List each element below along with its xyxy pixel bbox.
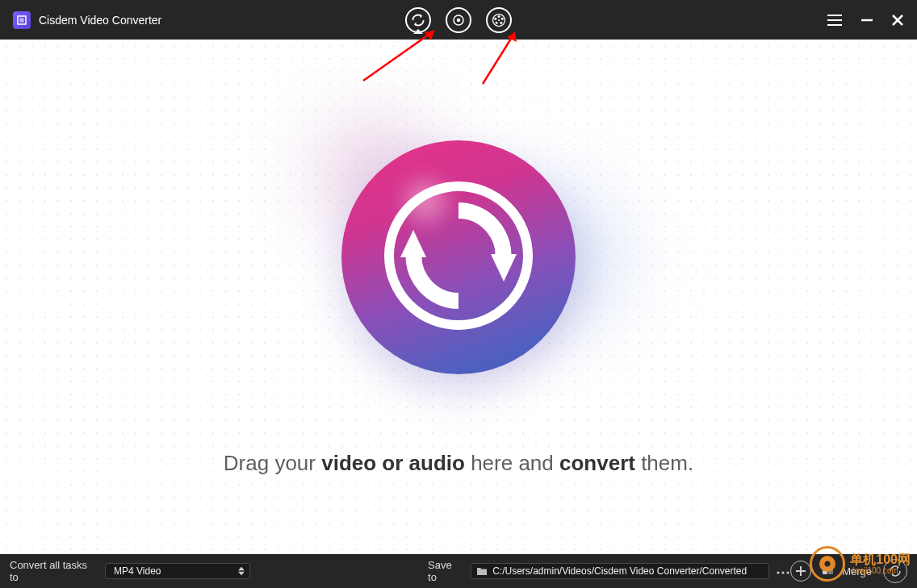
- add-file-button[interactable]: [790, 561, 811, 582]
- sync-arrows-icon: [378, 175, 539, 340]
- output-format-value: MP4 Video: [114, 565, 161, 577]
- mode-convert-button[interactable]: [405, 7, 431, 33]
- merge-icon: [823, 565, 837, 577]
- svg-marker-25: [238, 572, 245, 576]
- minimize-button[interactable]: [860, 14, 873, 27]
- output-path-value: C:/Users/admin/Videos/Cisdem Video Conve…: [492, 565, 747, 578]
- drop-hint-text: Drag your video or audio here and conver…: [0, 451, 917, 476]
- convert-all-label: Convert all tasks to: [10, 559, 97, 583]
- svg-marker-24: [238, 567, 245, 571]
- svg-point-8: [496, 21, 498, 23]
- disc-icon: [451, 13, 466, 27]
- save-to-label: Save to: [428, 559, 463, 583]
- svg-rect-32: [828, 568, 833, 574]
- svg-point-6: [501, 17, 504, 19]
- titlebar: Cisdem Video Converter: [0, 0, 917, 40]
- mode-tabs: [405, 7, 512, 33]
- svg-point-26: [777, 571, 780, 573]
- minimize-icon: [860, 14, 873, 27]
- svg-point-7: [500, 21, 502, 23]
- output-path-field[interactable]: C:/Users/admin/Videos/Cisdem Video Conve…: [471, 563, 769, 579]
- active-tab-caret-icon: [413, 29, 423, 34]
- hero-circle: [341, 140, 576, 374]
- start-convert-button[interactable]: [883, 559, 907, 583]
- svg-rect-1: [20, 18, 24, 22]
- app-logo-icon: [13, 11, 31, 29]
- cycle-icon: [888, 564, 902, 578]
- mode-rip-button[interactable]: [446, 7, 471, 33]
- window-controls: [827, 14, 904, 27]
- svg-point-27: [782, 571, 785, 573]
- mode-download-button[interactable]: [486, 7, 512, 33]
- close-icon: [891, 14, 904, 27]
- merge-label: Merge: [842, 565, 872, 578]
- footer-bar: Convert all tasks to MP4 Video Save to C…: [0, 554, 917, 588]
- plus-icon: [795, 565, 806, 577]
- footer-actions: Merge: [790, 559, 907, 583]
- svg-point-10: [498, 19, 500, 20]
- svg-point-9: [494, 17, 496, 19]
- select-stepper-icon: [238, 567, 245, 576]
- menu-button[interactable]: [827, 15, 843, 26]
- svg-marker-19: [400, 230, 426, 257]
- drop-zone[interactable]: Drag your video or audio here and conver…: [0, 40, 917, 554]
- svg-point-28: [787, 571, 789, 573]
- dots-icon: [776, 570, 790, 575]
- app-title: Cisdem Video Converter: [39, 14, 161, 27]
- merge-toggle[interactable]: Merge: [823, 565, 872, 578]
- hamburger-icon: [827, 15, 843, 26]
- convert-arrows-icon: [410, 12, 426, 28]
- svg-point-5: [498, 15, 500, 17]
- close-button[interactable]: [891, 14, 904, 27]
- svg-marker-18: [491, 254, 517, 281]
- svg-rect-31: [823, 568, 827, 574]
- output-format-select[interactable]: MP4 Video: [105, 563, 250, 579]
- film-reel-icon: [491, 12, 507, 28]
- svg-point-3: [458, 19, 460, 21]
- browse-folder-button[interactable]: [776, 565, 790, 578]
- folder-icon: [476, 566, 488, 576]
